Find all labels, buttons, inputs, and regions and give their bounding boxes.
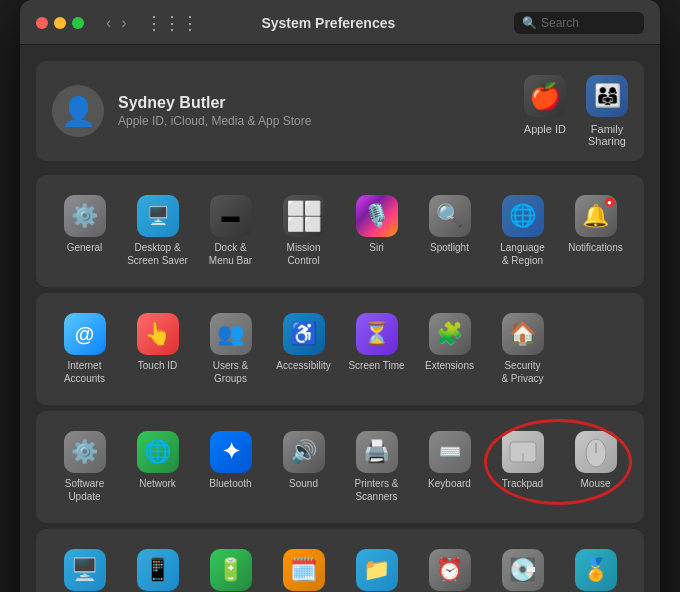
pref-bluetooth[interactable]: ✦ Bluetooth	[196, 425, 265, 509]
titlebar: ‹ › ⋮⋮⋮ System Preferences 🔍	[20, 0, 660, 45]
pref-displays[interactable]: 🖥️ Displays	[50, 543, 119, 592]
security-icon: 🏠	[502, 313, 544, 355]
profile-name: Sydney Butler	[118, 94, 311, 112]
pref-extensions[interactable]: 🧩 Extensions	[415, 307, 484, 391]
dock-label: Dock &Menu Bar	[209, 241, 252, 267]
prefs-section-4: 🖥️ Displays 📱 Sidecar 🔋 Battery 🗓️ Date …	[36, 529, 644, 592]
back-button[interactable]: ‹	[102, 14, 115, 32]
system-preferences-window: ‹ › ⋮⋮⋮ System Preferences 🔍 👤 Sydney Bu…	[20, 0, 660, 592]
pref-sharing[interactable]: 📁 Sharing	[342, 543, 411, 592]
apple-id-button[interactable]: 🍎 Apple ID	[524, 75, 566, 147]
pref-internet[interactable]: @ InternetAccounts	[50, 307, 119, 391]
siri-icon: 🎙️	[356, 195, 398, 237]
pref-timemachine[interactable]: ⏰ TimeMachine	[415, 543, 484, 592]
pref-sound[interactable]: 🔊 Sound	[269, 425, 338, 509]
keyboard-label: Keyboard	[428, 477, 471, 490]
trackpad-label: Trackpad	[502, 477, 543, 490]
accessibility-icon: ♿	[283, 313, 325, 355]
pref-printers[interactable]: 🖨️ Printers &Scanners	[342, 425, 411, 509]
pref-network[interactable]: 🌐 Network	[123, 425, 192, 509]
printers-label: Printers &Scanners	[355, 477, 399, 503]
general-label: General	[67, 241, 103, 254]
network-icon: 🌐	[137, 431, 179, 473]
pref-screentime[interactable]: ⏳ Screen Time	[342, 307, 411, 391]
displays-icon: 🖥️	[64, 549, 106, 591]
pref-accessibility[interactable]: ♿ Accessibility	[269, 307, 338, 391]
profiles-icon: 🏅	[575, 549, 617, 591]
pref-security[interactable]: 🏠 Security& Privacy	[488, 307, 557, 391]
security-label: Security& Privacy	[501, 359, 543, 385]
mouse-label: Mouse	[580, 477, 610, 490]
software-label: SoftwareUpdate	[65, 477, 104, 503]
avatar: 👤	[52, 85, 104, 137]
accessibility-label: Accessibility	[276, 359, 330, 372]
pref-language[interactable]: 🌐 Language& Region	[488, 189, 557, 273]
pref-siri[interactable]: 🎙️ Siri	[342, 189, 411, 273]
nav-buttons: ‹ ›	[102, 14, 131, 32]
forward-button[interactable]: ›	[117, 14, 130, 32]
sound-icon: 🔊	[283, 431, 325, 473]
minimize-button[interactable]	[54, 17, 66, 29]
startup-icon: 💽	[502, 549, 544, 591]
bluetooth-icon: ✦	[210, 431, 252, 473]
profile-subtitle: Apple ID, iCloud, Media & App Store	[118, 114, 311, 128]
sound-label: Sound	[289, 477, 318, 490]
profile-info: Sydney Butler Apple ID, iCloud, Media & …	[118, 94, 311, 128]
timemachine-icon: ⏰	[429, 549, 471, 591]
prefs-section-1: ⚙️ General 🖥️ Desktop &Screen Saver ▬ Do…	[36, 175, 644, 287]
desktop-icon: 🖥️	[137, 195, 179, 237]
general-icon: ⚙️	[64, 195, 106, 237]
touchid-icon: 👆	[137, 313, 179, 355]
pref-touchid[interactable]: 👆 Touch ID	[123, 307, 192, 391]
family-sharing-button[interactable]: 👨‍👩‍👧 FamilySharing	[586, 75, 628, 147]
apple-id-label: Apple ID	[524, 123, 566, 135]
pref-users[interactable]: 👥 Users &Groups	[196, 307, 265, 391]
network-label: Network	[139, 477, 176, 490]
printers-icon: 🖨️	[356, 431, 398, 473]
prefs-grid-3: ⚙️ SoftwareUpdate 🌐 Network ✦ Bluetooth …	[50, 425, 630, 509]
desktop-label: Desktop &Screen Saver	[127, 241, 188, 267]
siri-label: Siri	[369, 241, 383, 254]
prefs-grid-1: ⚙️ General 🖥️ Desktop &Screen Saver ▬ Do…	[50, 189, 630, 273]
close-button[interactable]	[36, 17, 48, 29]
family-sharing-icon: 👨‍👩‍👧	[586, 75, 628, 117]
search-box[interactable]: 🔍	[514, 12, 644, 34]
pref-dock[interactable]: ▬ Dock &Menu Bar	[196, 189, 265, 273]
trackpad-icon	[502, 431, 544, 473]
prefs-grid-4: 🖥️ Displays 📱 Sidecar 🔋 Battery 🗓️ Date …	[50, 543, 630, 592]
pref-general[interactable]: ⚙️ General	[50, 189, 119, 273]
mouse-icon	[575, 431, 617, 473]
pref-mission[interactable]: ⬜⬜⬜⬜ MissionControl	[269, 189, 338, 273]
pref-datetime[interactable]: 🗓️ Date & Time	[269, 543, 338, 592]
screentime-label: Screen Time	[348, 359, 404, 372]
screentime-icon: ⏳	[356, 313, 398, 355]
software-icon: ⚙️	[64, 431, 106, 473]
pref-sidecar[interactable]: 📱 Sidecar	[123, 543, 192, 592]
content-area: 👤 Sydney Butler Apple ID, iCloud, Media …	[20, 45, 660, 592]
family-sharing-label: FamilySharing	[588, 123, 626, 147]
pref-software[interactable]: ⚙️ SoftwareUpdate	[50, 425, 119, 509]
prefs-section-3: ⚙️ SoftwareUpdate 🌐 Network ✦ Bluetooth …	[36, 411, 644, 523]
internet-icon: @	[64, 313, 106, 355]
language-icon: 🌐	[502, 195, 544, 237]
maximize-button[interactable]	[72, 17, 84, 29]
sharing-icon: 📁	[356, 549, 398, 591]
language-label: Language& Region	[500, 241, 545, 267]
pref-battery[interactable]: 🔋 Battery	[196, 543, 265, 592]
search-input[interactable]	[541, 16, 631, 30]
extensions-label: Extensions	[425, 359, 474, 372]
pref-spotlight[interactable]: 🔍 Spotlight	[415, 189, 484, 273]
pref-profiles[interactable]: 🏅 Profiles	[561, 543, 630, 592]
pref-keyboard[interactable]: ⌨️ Keyboard	[415, 425, 484, 509]
pref-notifications[interactable]: 🔔● Notifications	[561, 189, 630, 273]
touchid-label: Touch ID	[138, 359, 177, 372]
prefs-section-2: @ InternetAccounts 👆 Touch ID 👥 Users &G…	[36, 293, 644, 405]
pref-startup[interactable]: 💽 StartupDisk	[488, 543, 557, 592]
pref-mouse[interactable]: Mouse	[561, 425, 630, 509]
users-label: Users &Groups	[213, 359, 249, 385]
bluetooth-label: Bluetooth	[209, 477, 251, 490]
users-icon: 👥	[210, 313, 252, 355]
battery-icon: 🔋	[210, 549, 252, 591]
pref-trackpad[interactable]: Trackpad	[488, 425, 557, 509]
pref-desktop[interactable]: 🖥️ Desktop &Screen Saver	[123, 189, 192, 273]
